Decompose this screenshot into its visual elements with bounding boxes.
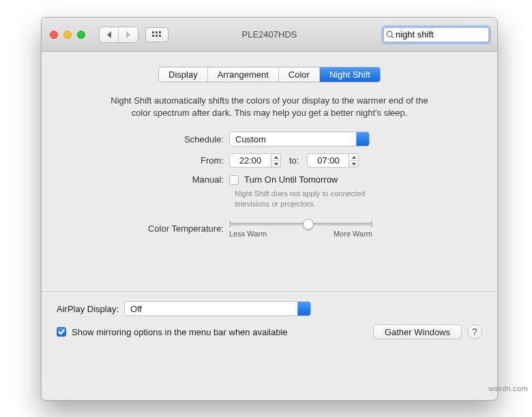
watermark-text: wsxdn.com <box>488 384 528 392</box>
tab-color[interactable]: Color <box>279 67 320 82</box>
preferences-window: PLE2407HDS Display Arrangement Color Nig… <box>41 17 498 401</box>
schedule-label: Schedule: <box>103 134 229 144</box>
svg-rect-0 <box>152 31 154 33</box>
footer: AirPlay Display: Off Show mirroring opti… <box>42 292 497 350</box>
night-shift-pane: Night Shift automatically shifts the col… <box>42 82 497 251</box>
to-step-down[interactable] <box>349 161 358 167</box>
tab-display[interactable]: Display <box>159 67 208 82</box>
from-stepper[interactable] <box>271 153 281 168</box>
search-field[interactable] <box>383 27 489 42</box>
back-button[interactable] <box>100 27 119 42</box>
description-text: Night Shift automatically shifts the col… <box>103 95 436 119</box>
schedule-value: Custom <box>235 134 266 144</box>
search-input[interactable] <box>396 29 498 40</box>
slider-thumb[interactable] <box>303 219 314 230</box>
airplay-label: AirPlay Display: <box>57 304 119 314</box>
show-all-button[interactable] <box>145 27 168 42</box>
toolbar: PLE2407HDS <box>42 18 497 52</box>
svg-rect-5 <box>159 35 161 37</box>
airplay-select[interactable]: Off <box>124 301 311 316</box>
chevron-updown-icon <box>361 136 367 143</box>
svg-point-6 <box>387 31 392 37</box>
svg-rect-1 <box>156 31 158 33</box>
help-icon: ? <box>472 326 477 337</box>
close-window-button[interactable] <box>50 31 58 39</box>
zoom-window-button[interactable] <box>77 31 85 39</box>
forward-button[interactable] <box>119 27 138 42</box>
tab-bar: Display Arrangement Color Night Shift <box>42 67 497 82</box>
to-label: to: <box>289 155 299 166</box>
show-mirroring-label: Show mirroring options in the menu bar w… <box>72 327 288 337</box>
from-step-up[interactable] <box>271 154 280 161</box>
nav-back-forward <box>99 27 138 43</box>
schedule-select[interactable]: Custom <box>229 132 370 146</box>
slider-min-label: Less Warm <box>229 230 267 238</box>
to-stepper[interactable] <box>349 153 359 168</box>
window-controls <box>50 31 85 39</box>
svg-rect-2 <box>159 31 161 33</box>
manual-checkbox-label: Turn On Until Tomorrow <box>244 174 338 185</box>
airplay-value: Off <box>130 304 142 314</box>
svg-line-7 <box>391 36 394 38</box>
tab-night-shift[interactable]: Night Shift <box>320 67 380 82</box>
svg-rect-4 <box>156 35 158 37</box>
slider-max-label: More Warm <box>334 230 372 238</box>
help-button[interactable]: ? <box>467 324 482 339</box>
manual-checkbox[interactable] <box>229 175 239 185</box>
from-time-field[interactable]: 22:00 <box>229 153 271 168</box>
to-step-up[interactable] <box>349 154 358 161</box>
hint-text: Night Shift does not apply to connected … <box>235 189 398 209</box>
svg-rect-3 <box>152 35 154 37</box>
tab-arrangement[interactable]: Arrangement <box>208 67 279 82</box>
color-temp-slider[interactable] <box>229 223 372 226</box>
chevron-updown-icon <box>303 305 308 313</box>
search-icon <box>386 30 394 40</box>
show-mirroring-checkbox[interactable] <box>57 327 66 337</box>
grid-icon <box>152 31 162 38</box>
color-temp-label: Color Temperature: <box>103 223 229 234</box>
to-time-field[interactable]: 07:00 <box>307 153 349 168</box>
minimize-window-button[interactable] <box>63 31 72 39</box>
from-label: From: <box>103 155 229 166</box>
manual-label: Manual: <box>103 174 229 185</box>
from-step-down[interactable] <box>271 161 280 167</box>
gather-windows-button[interactable]: Gather Windows <box>373 324 462 339</box>
